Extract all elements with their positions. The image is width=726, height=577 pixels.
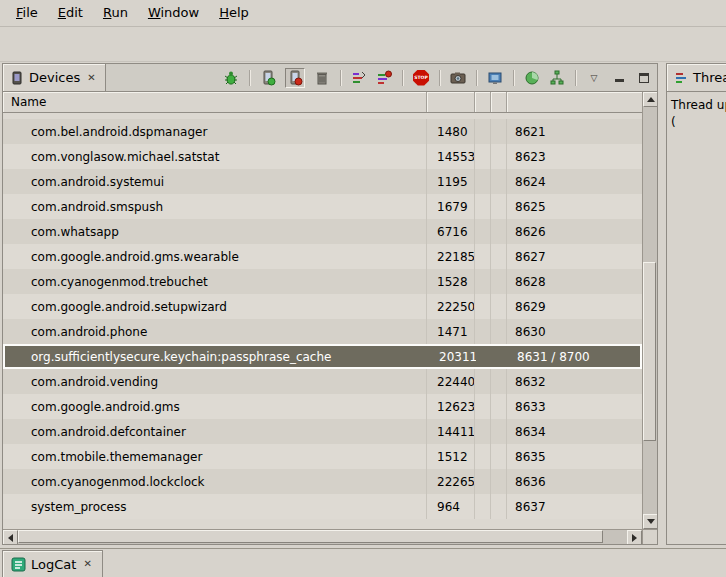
hierarchy-view-button[interactable] — [549, 70, 565, 86]
camera-icon — [450, 70, 466, 86]
cell-pid: 1679 — [427, 194, 475, 219]
menu-item-edit[interactable]: Edit — [48, 0, 93, 26]
cell-col4 — [491, 294, 507, 319]
logcat-icon — [11, 557, 26, 572]
table-row[interactable]: com.google.android.gms.wearable 22185 86… — [3, 244, 642, 269]
vertical-scroll-track[interactable] — [643, 107, 657, 514]
table-row[interactable]: com.google.android.gms 12623 8633 — [3, 394, 642, 419]
table-header: Name — [3, 92, 642, 113]
devices-toolbar: STOP ▽ — [223, 64, 657, 91]
cell-col3 — [475, 294, 491, 319]
cell-col3 — [475, 494, 491, 519]
cell-col4 — [491, 244, 507, 269]
update-heap-button[interactable] — [260, 70, 276, 86]
tab-devices[interactable]: Devices ✕ — [3, 64, 106, 91]
tab-logcat[interactable]: LogCat ✕ — [2, 550, 103, 577]
debug-bug-icon — [223, 70, 239, 86]
device-table: Name com.bel.android.dspmanager 1480 862… — [3, 92, 657, 544]
scrollbar-corner — [642, 530, 657, 544]
debug-attach-button[interactable] — [223, 70, 239, 86]
cell-col4 — [493, 346, 509, 367]
table-row[interactable]: com.android.vending 22440 8632 — [3, 369, 642, 394]
table-row[interactable]: com.android.systemui 1195 8624 — [3, 169, 642, 194]
cell-name: system_process — [3, 494, 427, 519]
cell-port: 8631 / 8700 — [509, 346, 640, 367]
horizontal-scrollbar-row — [3, 529, 657, 544]
device-table-top: Name com.bel.android.dspmanager 1480 862… — [3, 92, 657, 529]
cell-col3 — [475, 444, 491, 469]
column-header-3[interactable] — [475, 92, 491, 112]
cause-gc-button[interactable] — [314, 70, 330, 86]
threads-panel: Threa Thread up ( — [666, 63, 726, 545]
cell-pid: 14411 — [427, 419, 475, 444]
cell-pid: 1195 — [427, 169, 475, 194]
cell-col3 — [475, 469, 491, 494]
cell-port: 8628 — [507, 269, 642, 294]
column-header-port[interactable] — [507, 92, 642, 112]
view-menu-icon: ▽ — [591, 73, 598, 83]
horizontal-scroll-track[interactable] — [18, 530, 627, 544]
trash-icon — [314, 70, 330, 86]
stop-icon: STOP — [413, 70, 429, 86]
minimize-view-button[interactable] — [611, 70, 627, 86]
tab-logcat-label: LogCat — [31, 557, 76, 572]
cell-pid: 6716 — [427, 219, 475, 244]
column-header-4[interactable] — [491, 92, 507, 112]
sysinfo-icon — [524, 70, 540, 86]
cell-col4 — [491, 469, 507, 494]
table-row[interactable]: com.android.phone 1471 8630 — [3, 319, 642, 344]
table-row[interactable]: com.android.smspush 1679 8625 — [3, 194, 642, 219]
column-header-pid[interactable] — [427, 92, 475, 112]
close-icon[interactable]: ✕ — [85, 72, 97, 84]
scroll-down-button[interactable] — [643, 514, 657, 529]
cell-col4 — [491, 419, 507, 444]
table-row[interactable]: com.android.defcontainer 14411 8634 — [3, 419, 642, 444]
table-row[interactable]: com.bel.android.dspmanager 1480 8621 — [3, 119, 642, 144]
stop-process-button[interactable]: STOP — [413, 70, 429, 86]
cell-col4 — [491, 119, 507, 144]
horizontal-scroll-thumb[interactable] — [18, 530, 603, 543]
tab-threads[interactable]: Threa — [667, 64, 726, 91]
down-arrow-icon — [647, 519, 655, 524]
method-profiling-button[interactable] — [376, 70, 392, 86]
table-row[interactable]: com.whatsapp 6716 8626 — [3, 219, 642, 244]
devices-panel: Devices ✕ — [2, 63, 658, 545]
menu-item-window[interactable]: Window — [138, 0, 209, 26]
cell-col3 — [475, 169, 491, 194]
cell-pid: 20311 — [429, 346, 477, 367]
table-row[interactable]: com.tmobile.thememanager 1512 8635 — [3, 444, 642, 469]
vertical-scrollbar[interactable] — [642, 92, 657, 529]
table-row[interactable]: system_process 964 8637 — [3, 494, 642, 519]
table-row[interactable]: org.sufficientlysecure.keychain:passphra… — [3, 344, 642, 369]
menu-item-file[interactable]: File — [6, 0, 48, 26]
table-row[interactable]: com.cyanogenmod.lockclock 22265 8636 — [3, 469, 642, 494]
table-row[interactable]: com.google.android.setupwizard 22250 862… — [3, 294, 642, 319]
maximize-view-button[interactable] — [636, 70, 652, 86]
cell-col3 — [475, 244, 491, 269]
capture-sysinfo-button[interactable] — [524, 70, 540, 86]
cell-name: com.vonglasow.michael.satstat — [3, 144, 427, 169]
toolbar-separator — [402, 70, 403, 86]
method-profiling-icon — [376, 70, 392, 86]
column-header-name[interactable]: Name — [3, 92, 427, 112]
horizontal-scrollbar[interactable] — [3, 530, 642, 544]
table-row[interactable]: com.vonglasow.michael.satstat 14553 8623 — [3, 144, 642, 169]
vertical-scroll-thumb[interactable] — [643, 262, 656, 441]
menu-item-run[interactable]: Run — [93, 0, 138, 26]
screen-capture-button[interactable] — [450, 70, 466, 86]
dump-hprof-button[interactable] — [285, 68, 305, 88]
view-menu-button[interactable]: ▽ — [586, 70, 602, 86]
scroll-right-button[interactable] — [627, 530, 642, 544]
scroll-up-button[interactable] — [643, 92, 657, 107]
close-icon[interactable]: ✕ — [81, 558, 93, 570]
screen-record-button[interactable] — [487, 70, 503, 86]
toolbar-separator — [513, 70, 514, 86]
table-row[interactable]: com.cyanogenmod.trebuchet 1528 8628 — [3, 269, 642, 294]
cell-name: com.google.android.gms — [3, 394, 427, 419]
scroll-left-button[interactable] — [3, 530, 18, 544]
tab-devices-label: Devices — [29, 70, 80, 85]
menu-item-help[interactable]: Help — [209, 0, 259, 26]
cell-name: com.android.systemui — [3, 169, 427, 194]
ddms-window: { "menubar": { "items": ["File", "Edit",… — [0, 0, 726, 577]
update-threads-button[interactable] — [351, 70, 367, 86]
